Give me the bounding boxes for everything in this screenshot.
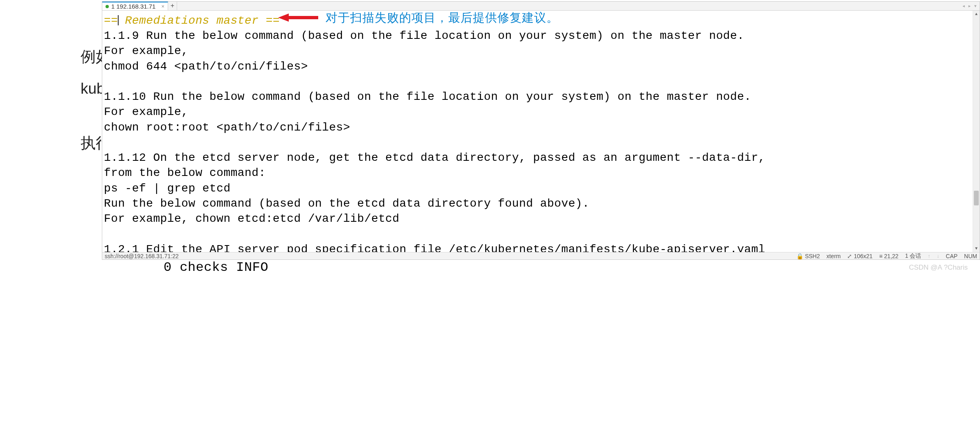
size-icon: ⤢ bbox=[847, 253, 852, 259]
terminal-body-text: 1.1.9 Run the below command (based on th… bbox=[104, 29, 765, 252]
checks-info-line: 0 checks INFO bbox=[164, 260, 268, 275]
terminal-output[interactable]: == Remediations master ==对于扫描失败的项目，最后提供修… bbox=[102, 11, 980, 252]
terminal-tab-active[interactable]: 1 192.168.31.71 × bbox=[102, 2, 168, 10]
tab-menu-icon[interactable]: ▾ bbox=[974, 2, 977, 9]
tab-nav-controls: ◂ ▸ ▾ bbox=[962, 2, 980, 10]
tab-next-icon[interactable]: ▸ bbox=[968, 2, 971, 9]
scroll-thumb[interactable] bbox=[974, 191, 979, 205]
arrow-left-icon bbox=[278, 13, 318, 23]
annotation-overlay: 对于扫描失败的项目，最后提供修复建议。 bbox=[278, 11, 573, 25]
status-nav-up-icon[interactable]: ↑ bbox=[928, 253, 930, 259]
scroll-up-icon[interactable]: ▲ bbox=[973, 11, 980, 18]
text-cursor bbox=[118, 15, 119, 25]
tab-title: 1 192.168.31.71 bbox=[111, 3, 155, 10]
annotation-text: 对于扫描失败的项目，最后提供修复建议。 bbox=[326, 11, 559, 25]
svg-marker-0 bbox=[278, 14, 318, 22]
scroll-down-icon[interactable]: ▼ bbox=[973, 245, 980, 252]
status-connection: ssh://root@192.168.31.71:22 bbox=[105, 253, 179, 259]
close-icon[interactable]: × bbox=[161, 3, 164, 9]
status-size: ⤢106x21 bbox=[847, 253, 872, 259]
status-nav-down-icon[interactable]: ↓ bbox=[937, 253, 939, 259]
status-term-type: xterm bbox=[826, 253, 841, 259]
status-cursor-pos: ≡21,22 bbox=[879, 253, 898, 259]
connection-status-icon bbox=[106, 5, 109, 8]
terminal-window: 1 192.168.31.71 × + ◂ ▸ ▾ == Remediation… bbox=[102, 1, 980, 260]
add-tab-button[interactable]: + bbox=[168, 2, 177, 10]
status-bar: ssh://root@192.168.31.71:22 🔒SSH2 xterm … bbox=[102, 252, 980, 259]
remediations-header: == Remediations master ==对于扫描失败的项目，最后提供修… bbox=[104, 14, 280, 27]
status-cap: CAP bbox=[946, 253, 958, 259]
position-icon: ≡ bbox=[879, 253, 882, 259]
tab-prev-icon[interactable]: ◂ bbox=[962, 2, 965, 9]
status-ssh: 🔒SSH2 bbox=[796, 253, 820, 259]
status-session: 1 会话 bbox=[905, 252, 922, 260]
tab-bar: 1 192.168.31.71 × + ◂ ▸ ▾ bbox=[102, 2, 980, 11]
watermark-text: CSDN @A ?Charis bbox=[909, 264, 968, 272]
vertical-scrollbar[interactable]: ▲ ▼ bbox=[973, 11, 980, 252]
plus-icon: + bbox=[171, 2, 175, 10]
lock-icon: 🔒 bbox=[796, 253, 803, 259]
status-num: NUM bbox=[964, 253, 977, 259]
